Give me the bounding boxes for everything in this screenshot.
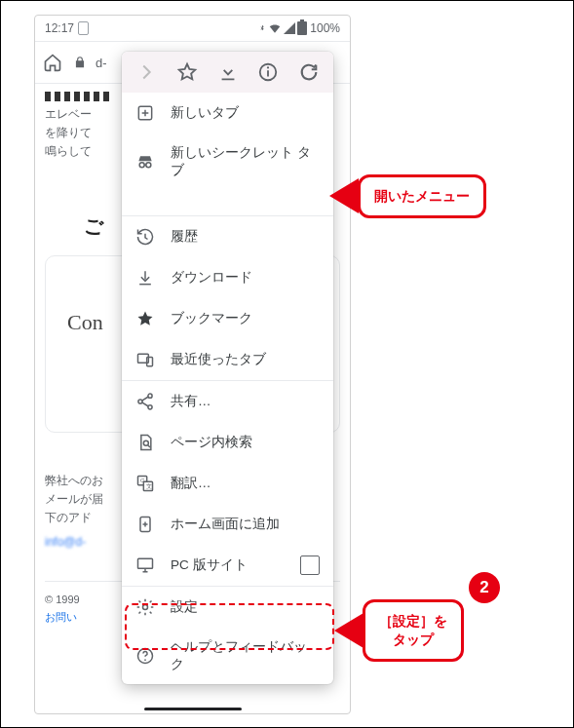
svg-text:文: 文 — [146, 482, 152, 489]
svg-point-30 — [144, 659, 146, 661]
help-icon — [135, 646, 155, 666]
battery-indicator: 100% — [297, 21, 340, 35]
info-icon[interactable] — [257, 61, 279, 83]
step-badge: 2 — [469, 572, 500, 603]
svg-rect-25 — [138, 558, 153, 568]
svg-line-14 — [142, 397, 149, 401]
menu-action-row — [122, 52, 333, 93]
callout-arrow-icon — [334, 613, 364, 648]
lock-icon — [70, 53, 90, 72]
menu-label: 新しいシークレット タブ — [171, 144, 320, 179]
share-icon — [135, 392, 155, 411]
gear-icon — [135, 597, 155, 617]
plus-box-icon — [135, 103, 155, 123]
menu-downloads[interactable]: ダウンロード — [122, 257, 333, 298]
download-icon — [135, 268, 155, 287]
menu-label: ブックマーク — [171, 310, 320, 327]
signal-icon — [284, 22, 295, 34]
menu-label: 履歴 — [171, 228, 320, 246]
nav-bar-handle — [144, 708, 242, 710]
page-logo-bar — [45, 92, 113, 101]
callout-text: 開いたメニュー — [374, 188, 470, 204]
svg-text:G: G — [140, 478, 145, 483]
checkbox-unchecked-icon[interactable] — [300, 556, 320, 575]
svg-point-2 — [267, 66, 269, 68]
menu-new-tab[interactable]: 新しいタブ — [122, 93, 333, 134]
menu-label: 最近使ったタブ — [171, 351, 320, 368]
menu-label: 翻訳… — [171, 475, 320, 492]
menu-label: 設定 — [171, 598, 320, 616]
svg-point-6 — [139, 163, 144, 168]
battery-percent: 100% — [310, 21, 340, 35]
callout-text: ［設定］を — [379, 612, 447, 631]
star-icon[interactable] — [176, 61, 198, 83]
callout-tap-settings: ［設定］を タップ — [334, 599, 464, 662]
menu-add-home[interactable]: ホーム画面に追加 — [122, 504, 333, 545]
svg-line-15 — [142, 402, 149, 406]
menu-help[interactable]: ヘルプとフィードバック — [122, 628, 333, 684]
callout-bubble: 開いたメニュー — [358, 174, 486, 218]
devices-icon — [135, 350, 155, 369]
callout-bubble: ［設定］を タップ — [363, 599, 464, 662]
menu-label: 共有… — [171, 393, 320, 410]
menu-incognito[interactable]: 新しいシークレット タブ — [122, 134, 333, 190]
menu-desktop-site[interactable]: PC 版サイト — [122, 545, 333, 586]
callout-arrow-icon — [329, 178, 359, 213]
menu-find[interactable]: ページ内検索 — [122, 422, 333, 463]
menu-share[interactable]: 共有… — [122, 381, 333, 422]
menu-recent-tabs[interactable]: 最近使ったタブ — [122, 339, 333, 380]
sd-card-icon — [78, 21, 89, 35]
menu-translate[interactable]: G文 翻訳… — [122, 463, 333, 504]
download-icon[interactable] — [217, 61, 239, 83]
menu-label: ホーム画面に追加 — [171, 516, 320, 533]
add-home-icon — [135, 515, 155, 534]
svg-line-17 — [148, 445, 150, 447]
find-in-page-icon — [135, 433, 155, 452]
star-filled-icon — [135, 309, 155, 328]
menu-label: ヘルプとフィードバック — [171, 638, 320, 673]
bluetooth-icon — [258, 21, 266, 35]
overflow-menu: 新しいタブ 新しいシークレット タブ 履歴 ダウンロード — [122, 52, 333, 684]
desktop-icon — [135, 556, 155, 575]
step-number: 2 — [479, 578, 488, 597]
menu-settings[interactable]: 設定 — [122, 587, 333, 628]
svg-point-28 — [143, 605, 148, 610]
status-clock: 12:17 — [45, 21, 74, 35]
callout-opened-menu: 開いたメニュー — [329, 174, 486, 218]
svg-rect-10 — [147, 358, 153, 366]
menu-label: PC 版サイト — [171, 556, 300, 574]
svg-point-16 — [143, 441, 148, 445]
reload-icon[interactable] — [298, 61, 320, 83]
home-icon[interactable] — [43, 53, 62, 72]
status-bar: 12:17 100% — [35, 16, 350, 41]
translate-icon: G文 — [135, 474, 155, 493]
menu-label: ページ内検索 — [171, 434, 320, 451]
incognito-icon — [135, 152, 155, 172]
svg-point-7 — [146, 163, 151, 168]
forward-icon[interactable] — [135, 61, 157, 83]
history-icon — [135, 227, 155, 247]
callout-text: タップ — [379, 631, 447, 649]
menu-label: 新しいタブ — [171, 104, 320, 122]
menu-bookmarks[interactable]: ブックマーク — [122, 298, 333, 339]
battery-icon — [297, 21, 307, 35]
menu-history[interactable]: 履歴 — [122, 216, 333, 257]
wifi-icon — [268, 21, 282, 35]
menu-label: ダウンロード — [171, 269, 320, 287]
